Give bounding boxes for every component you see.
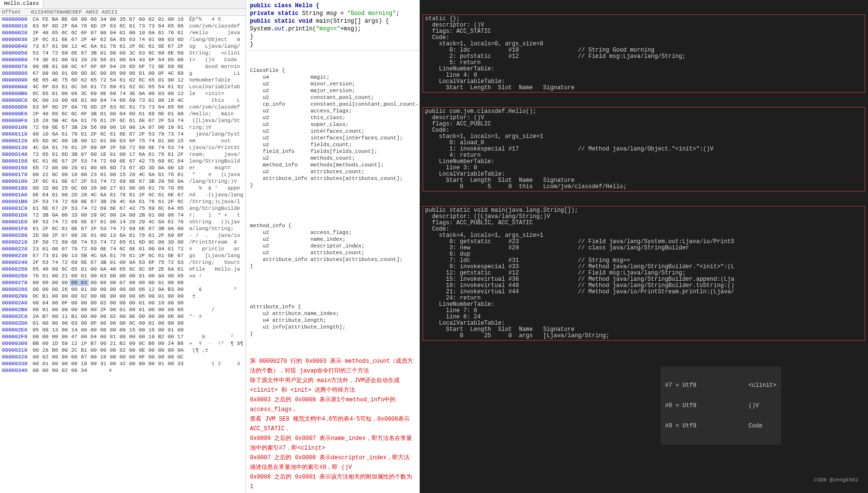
hex-bytes[interactable]: 0C00100008010004746869730100184C [31,97,185,104]
hex-offset[interactable]: 00000320 [0,354,31,360]
hex-row[interactable]: 000001506C616E672F537472696E674275696C64… [0,158,246,164]
hex-offset[interactable]: 00000080 [0,70,31,77]
hex-row[interactable]: 000002D00100000003000F0000000C0001000000 [0,320,246,327]
hex-body[interactable]: 00000000CAFEBABE000000340035070002010016… [0,16,246,493]
hex-offset[interactable]: 00000160 [0,164,31,171]
hex-offset[interactable]: 00000310 [0,347,31,354]
hex-bytes[interactable]: 73670100124C6A6176612F6C616E672F [31,43,185,50]
hex-bytes[interactable]: 636F6D2F6A766D2F636C617373646566 [31,23,185,29]
hex-offset[interactable]: 000001A0 [0,192,31,198]
hex-row[interactable]: 00000300BB001D59121FB70021B2000CB60024B6… [0,340,246,347]
hex-bytes[interactable]: 2F48656C6C6F0700040100106A617661 [31,29,185,36]
hex-offset[interactable]: 00000110 [0,131,31,137]
hex-row[interactable]: 00000190001D00250C0026002701000661707065… [0,185,246,192]
hex-bytes[interactable]: 001D00250C0026002701000661707065 [31,185,185,192]
hex-bytes[interactable]: 0004000F000000020000000100100008 [31,300,185,306]
hex-row[interactable]: 000001407265616D3B07001E0100176A6176612F… [0,151,246,158]
hex-bytes[interactable]: 2F537472696E673B01000A536F757263 [31,259,185,266]
hex-row[interactable]: 000002102F5072696E7453747265616D0C003000… [0,239,246,246]
hex-bytes[interactable]: 65720800200100056D73673D3D0A001D [31,164,185,171]
hex-offset[interactable]: 000001C0 [0,205,31,212]
hex-row[interactable]: 000000A04C6F63616C5661726961626C65546162… [0,83,246,90]
hex-bytes[interactable]: 0CB100000002000E0000000600010000 [31,293,185,300]
hex-offset[interactable]: 00000070 [0,63,31,70]
hex-bytes[interactable]: 00106A6176612F6C616E672F53797374 [31,131,185,137]
hex-row[interactable]: 00000050537472696E673B0100083C636C696E69… [0,50,246,56]
hex-row[interactable]: 00000280000000260001000000000006120AB300… [0,286,246,293]
hex-row[interactable]: 000001E06F537472696E6701001428294C6A6176… [0,219,246,225]
hex-offset[interactable]: 00000300 [0,340,31,347]
hex-row[interactable]: 000002C02AB70011B100000002000E0000000600… [0,313,246,320]
hex-bytes[interactable]: 612F6C616E672F537472696E673B0A00 [31,225,185,232]
hex-row[interactable]: 000000D0636F6D2F6A766D2F636C617373646566… [0,104,246,110]
hex-row[interactable]: 00000060743E010003282956010004436F646508… [0,56,246,63]
hex-row[interactable]: 000000F016285B4C6A6176612F6C616E672F5374… [0,117,246,124]
hex-bytes[interactable]: 6E6401002D284C6A6176612F6C616E67 [31,192,185,198]
hex-bytes[interactable]: 656D0C001B001C0100036F7574010015 [31,137,185,144]
hex-offset[interactable]: 00000040 [0,43,31,50]
hex-offset[interactable]: 00000280 [0,286,31,293]
hex-row[interactable]: 000002E005001300140000000900150016000100 [0,327,246,333]
hex-row[interactable]: 00000070000B01000C476F6F64206D6F726E696E… [0,63,246,70]
hex-offset[interactable]: 00000330 [0,360,31,367]
hex-bytes[interactable]: 00220C00100023010015284C6A617661 [31,171,185,178]
hex-bytes[interactable]: 0100000003000F0000000C0001000000 [31,320,185,327]
hex-offset[interactable]: 00000060 [0,56,31,63]
hex-row[interactable]: 0000033000010000001900310032000000010033… [0,360,246,367]
hex-offset[interactable]: 000000E0 [0,110,31,117]
hex-row[interactable]: 000002A00004000F000000020000000100100008 [0,300,246,306]
hex-offset[interactable]: 00000220 [0,246,31,252]
hex-bytes[interactable]: 72696E673B2956090018001A07001901 [31,124,185,131]
hex-offset[interactable]: 00000130 [0,144,31,151]
hex-bytes[interactable]: 16285B4C6A6176612F6C616E672F5374 [31,117,185,124]
hex-bytes[interactable]: 2F48656C6C6F3B0100046D61696E0100 [31,110,185,117]
hex-offset[interactable]: 000001D0 [0,212,31,219]
hex-row[interactable]: 000001D0723B0A001D00290C002A002B01000874… [0,212,246,219]
hex-offset[interactable]: 00000000 [0,16,31,23]
hex-row[interactable]: 00000000CAFEBABE000000340035070002010016… [0,16,246,23]
hex-bytes[interactable]: 7265616D3B07001E0100176A6176612F [31,151,185,158]
hex-bytes[interactable]: 2AB70011B100000002000E0000000600 [31,313,185,320]
hex-bytes[interactable]: 743E010003282956010004436F646508 [31,56,185,63]
hex-bytes[interactable]: 000000020034 [31,367,89,374]
hex-row[interactable]: 00000010636F6D2F6A766D2F636C617373646566… [0,23,246,29]
hex-row[interactable]: 000000202F48656C6C6F0700040100106A617661… [0,29,246,36]
hex-bytes[interactable]: CAFEBABE000000340035070002010016 [31,16,185,23]
hex-row[interactable]: 000002002D002F07002E0100136A6176612F696F… [0,232,246,239]
hex-offset[interactable]: 00000270 [0,279,31,286]
hex-offset[interactable]: 00000230 [0,252,31,259]
hex-row[interactable]: 000002402F537472696E673B01000A536F757263… [0,259,246,266]
hex-bytes[interactable]: 6F537472696E6701001428294C6A6176 [31,219,185,225]
hex-row[interactable]: 0000011000106A6176612F6C616E672F53797374… [0,131,246,137]
hex-bytes[interactable]: 6546696C6501000A48656C6C6F2E6A61 [31,266,185,273]
hex-offset[interactable]: 000001E0 [0,219,31,225]
hex-offset[interactable]: 000000D0 [0,104,31,110]
hex-row[interactable]: 0000027000060000000300080007000800010009 [0,279,246,286]
hex-bytes[interactable]: 00020000000700180008000F0000000C [31,354,185,360]
hex-bytes[interactable]: 67730100135B4C6A6176612F6C616E67 [31,252,185,259]
hex-bytes[interactable]: 000100090000002F0001000100000005 [31,306,185,313]
hex-offset[interactable]: 00000200 [0,232,31,239]
hex-offset[interactable]: 000000A0 [0,83,31,90]
hex-offset[interactable]: 00000090 [0,77,31,83]
hex-bytes[interactable]: 2F537472696E673B294C6A6176612F6C [31,198,185,205]
hex-offset[interactable]: 000002D0 [0,320,31,327]
hex-bytes[interactable]: 6E654E756D6265725461626C65010012 [31,77,185,83]
hex-bytes[interactable]: 4C6F63616C5661726961626C65546162 [31,83,185,90]
hex-offset[interactable]: 00000030 [0,36,31,43]
hex-row[interactable]: 0000008067090001000D0C0005000601000F4C69… [0,70,246,77]
hex-row[interactable]: 000002B0000100090000002F0001000100000005… [0,306,246,313]
file-tab[interactable]: Hello.class [0,0,43,8]
hex-offset[interactable]: 000000B0 [0,90,31,97]
hex-row[interactable]: 00000260766100210001000300000001000A0005… [0,273,246,279]
hex-bytes[interactable]: 67090001000D0C0005000601000F4C69 [31,70,185,77]
hex-bytes[interactable]: 6C616E672F537472696E674275696C64 [31,158,185,164]
hex-row[interactable]: 000000302F6C616E672F4F626A6563740100036D… [0,36,246,43]
hex-offset[interactable]: 000000F0 [0,117,31,124]
hex-row[interactable]: 000002F009000000470004000100000019B20017… [0,333,246,340]
hex-offset[interactable]: 00000190 [0,185,31,192]
hex-row[interactable]: 000002900CB100000002000E0000000600010000… [0,293,246,300]
hex-bytes[interactable]: 2F6C616E672F4F626A6563740100036D [31,36,185,43]
hex-offset[interactable]: 000001F0 [0,225,31,232]
hex-offset[interactable]: 000002F0 [0,333,31,340]
